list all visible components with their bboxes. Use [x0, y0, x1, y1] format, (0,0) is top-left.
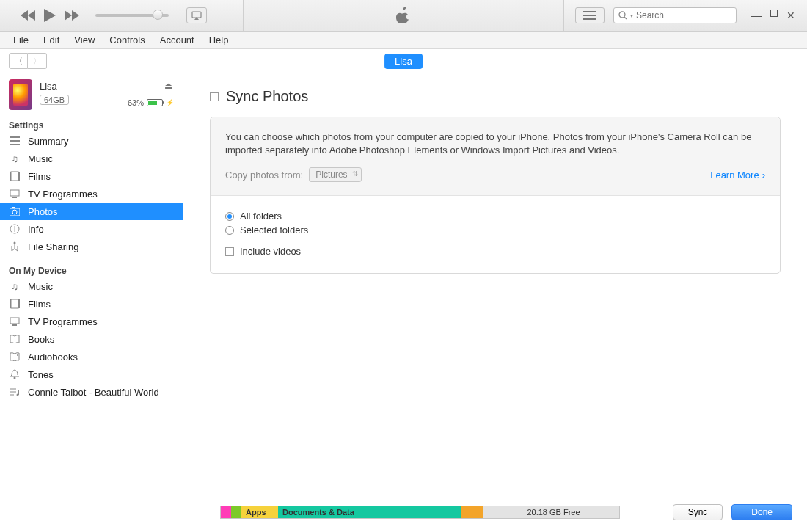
sidebar-item-label: Connie Talbot - Beautiful World — [28, 387, 159, 398]
sidebar-item-label: File Sharing — [28, 241, 78, 252]
sidebar-item-info[interactable]: iInfo — [0, 220, 183, 238]
search-input[interactable] — [636, 10, 731, 21]
sidebar-item-device-playlist[interactable]: Connie Talbot - Beautiful World — [0, 383, 183, 401]
menu-bar: File Edit View Controls Account Help — [0, 32, 807, 49]
radio-all-folders[interactable]: All folders — [225, 211, 765, 222]
sidebar-item-label: Info — [28, 224, 44, 235]
storage-segment-color1 — [221, 506, 231, 518]
sidebar-item-label: Music — [28, 153, 53, 164]
device-capacity: 64GB — [40, 95, 69, 105]
menu-view[interactable]: View — [67, 34, 102, 45]
bottom-bar: Apps Documents & Data 20.18 GB Free Sync… — [0, 492, 807, 532]
eject-button[interactable]: ⏏ — [164, 81, 172, 91]
sidebar-item-films[interactable]: Films — [0, 167, 183, 185]
storage-segment-color2 — [231, 506, 241, 518]
menu-help[interactable]: Help — [202, 34, 236, 45]
close-button[interactable]: ✕ — [786, 10, 795, 21]
svg-rect-0 — [192, 12, 201, 18]
note-icon: ♫ — [9, 280, 21, 292]
svg-rect-9 — [10, 144, 20, 145]
tv-icon — [9, 316, 21, 327]
film-icon — [9, 298, 21, 310]
info-icon: i — [9, 223, 21, 235]
sync-panel: You can choose which photos from your co… — [210, 117, 781, 274]
minimize-button[interactable]: — — [751, 10, 762, 21]
svg-rect-17 — [12, 207, 15, 208]
audiobook-icon — [9, 351, 21, 362]
svg-rect-10 — [11, 172, 18, 181]
playlist-icon — [9, 386, 21, 398]
device-tab[interactable]: Lisa — [384, 54, 423, 69]
sidebar-item-photos[interactable]: Photos — [0, 203, 183, 220]
title-bar: ▾ — ✕ — [0, 0, 807, 32]
search-icon — [618, 11, 627, 20]
sidebar-item-device-audiobooks[interactable]: Audiobooks — [0, 348, 183, 365]
sidebar-item-device-tones[interactable]: Tones — [0, 365, 183, 383]
svg-point-27 — [14, 377, 16, 379]
maximize-button[interactable] — [770, 10, 778, 21]
sidebar-item-label: Summary — [28, 136, 69, 147]
charging-icon: ⚡ — [166, 99, 174, 106]
sidebar-item-device-films[interactable]: Films — [0, 295, 183, 313]
sidebar-item-device-books[interactable]: Books — [0, 330, 183, 348]
window-controls: — ✕ — [751, 10, 801, 21]
rewind-button[interactable] — [21, 10, 35, 21]
apple-logo-icon — [396, 7, 411, 24]
svg-rect-8 — [10, 140, 20, 142]
sync-photos-checkbox[interactable] — [210, 92, 219, 101]
volume-slider[interactable] — [95, 14, 169, 17]
camera-icon — [9, 205, 21, 217]
info-text: You can choose which photos from your co… — [225, 131, 765, 157]
search-field[interactable]: ▾ — [613, 7, 737, 23]
svg-line-5 — [624, 17, 627, 19]
checkbox-include-videos[interactable]: Include videos — [225, 246, 765, 257]
fast-forward-button[interactable] — [65, 10, 79, 21]
menu-account[interactable]: Account — [153, 34, 202, 45]
svg-rect-21 — [11, 299, 18, 308]
sidebar-item-label: TV Programmes — [28, 316, 98, 327]
sidebar-item-label: Tones — [28, 369, 54, 380]
sync-button[interactable]: Sync — [673, 504, 723, 520]
done-button[interactable]: Done — [731, 504, 792, 520]
airplay-button[interactable] — [186, 7, 207, 23]
sidebar-item-device-tv[interactable]: TV Programmes — [0, 313, 183, 330]
menu-file[interactable]: File — [6, 34, 36, 45]
battery-icon — [147, 99, 163, 106]
sidebar-item-tv[interactable]: TV Programmes — [0, 185, 183, 203]
svg-text:i: i — [14, 225, 15, 233]
sidebar-item-summary[interactable]: Summary — [0, 132, 183, 150]
tv-icon — [9, 188, 21, 200]
device-name: Lisa — [40, 81, 175, 92]
svg-rect-22 — [10, 299, 11, 308]
sidebar-item-filesharing[interactable]: File Sharing — [0, 238, 183, 255]
sidebar-item-label: Music — [28, 281, 53, 292]
play-button[interactable] — [44, 9, 56, 22]
svg-point-16 — [12, 210, 17, 214]
sidebar-item-label: TV Programmes — [28, 189, 98, 200]
copy-from-select[interactable]: Pictures — [309, 167, 361, 182]
chevron-right-icon: › — [762, 170, 765, 181]
learn-more-link[interactable]: Learn More› — [710, 170, 765, 181]
svg-rect-7 — [10, 136, 20, 138]
sidebar-item-label: Films — [28, 299, 51, 310]
menu-edit[interactable]: Edit — [36, 34, 67, 45]
queue-button[interactable] — [575, 7, 605, 23]
battery-percent: 63% — [128, 98, 144, 107]
sidebar-item-device-music[interactable]: ♫Music — [0, 277, 183, 295]
book-icon — [9, 333, 21, 345]
storage-segment-misc — [461, 506, 483, 518]
svg-rect-13 — [10, 190, 19, 196]
forward-button[interactable]: 〉 — [28, 53, 47, 69]
radio-selected-folders[interactable]: Selected folders — [225, 225, 765, 236]
back-button[interactable]: 〈 — [9, 53, 28, 69]
svg-rect-1 — [583, 11, 596, 12]
menu-controls[interactable]: Controls — [102, 34, 152, 45]
film-icon — [9, 170, 21, 182]
playback-controls — [0, 7, 207, 23]
svg-rect-14 — [12, 197, 17, 198]
sidebar-item-music[interactable]: ♫Music — [0, 150, 183, 167]
navigation-row: 〈 〉 Lisa — [0, 49, 807, 73]
sidebar-heading-ondevice: On My Device — [0, 261, 183, 277]
storage-bar: Apps Documents & Data 20.18 GB Free — [183, 506, 664, 519]
lcd-display — [243, 0, 564, 31]
